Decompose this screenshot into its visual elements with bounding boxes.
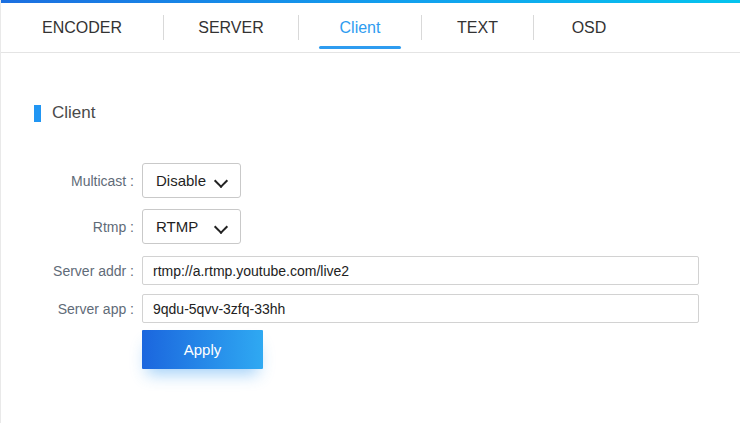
client-form: Multicast : Disable Rtmp : RTMP Server a… <box>1 163 740 369</box>
tab-client[interactable]: Client <box>299 3 421 52</box>
tab-server[interactable]: SERVER <box>164 3 298 52</box>
multicast-select[interactable]: Disable <box>142 163 241 198</box>
form-row-rtmp: Rtmp : RTMP <box>1 209 740 244</box>
form-row-multicast: Multicast : Disable <box>1 163 740 198</box>
chevron-down-icon <box>214 220 228 234</box>
multicast-select-value: Disable <box>156 172 206 189</box>
server-app-label: Server app : <box>1 301 134 317</box>
server-app-input[interactable] <box>142 294 699 323</box>
section-title: Client <box>52 103 95 123</box>
server-addr-label: Server addr : <box>1 263 134 279</box>
tab-text[interactable]: TEXT <box>422 3 533 52</box>
server-addr-input[interactable] <box>142 256 699 285</box>
form-row-server-addr: Server addr : <box>1 256 740 285</box>
section-accent-bar <box>34 105 41 122</box>
apply-button[interactable]: Apply <box>142 330 263 369</box>
multicast-label: Multicast : <box>1 173 134 189</box>
tab-client-label: Client <box>340 19 381 37</box>
tab-bar: ENCODER SERVER Client TEXT OSD <box>1 3 740 53</box>
rtmp-label: Rtmp : <box>1 219 134 235</box>
section-header: Client <box>34 103 740 123</box>
client-settings-page: { "tabs": [ {"label": "ENCODER", "active… <box>0 0 740 423</box>
apply-row: Apply <box>142 330 740 369</box>
form-row-server-app: Server app : <box>1 294 740 323</box>
active-tab-underline <box>319 46 401 49</box>
rtmp-select-value: RTMP <box>156 218 198 235</box>
rtmp-select[interactable]: RTMP <box>142 209 241 244</box>
chevron-down-icon <box>214 174 228 188</box>
tab-encoder[interactable]: ENCODER <box>1 3 163 52</box>
tab-osd[interactable]: OSD <box>534 3 644 52</box>
